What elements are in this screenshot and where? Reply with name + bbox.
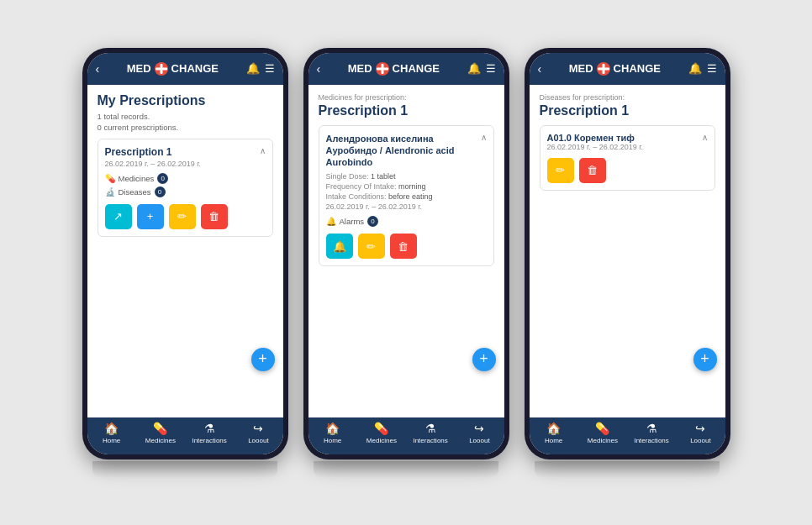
nav-home-3[interactable]: 🏠 Home bbox=[530, 422, 578, 451]
frequency-label: Frequency Of Intake: bbox=[326, 182, 397, 191]
logo-change-3: CHANGE bbox=[614, 62, 661, 75]
home-label-3: Home bbox=[545, 437, 562, 444]
home-label-2: Home bbox=[324, 437, 341, 444]
header-1: ‹ MED CHANGE 🔔 ☰ bbox=[87, 53, 283, 85]
delete-button-1[interactable]: 🗑 bbox=[201, 204, 228, 229]
back-button-3[interactable]: ‹ bbox=[538, 62, 542, 76]
logo-cross-icon-3 bbox=[595, 61, 612, 76]
fab-button-2[interactable]: + bbox=[472, 348, 496, 371]
logo-change-1: CHANGE bbox=[171, 62, 219, 75]
logo-med-3: MED bbox=[569, 62, 593, 75]
medicine-dates: 26.02.2019 г. – 26.02.2019 г. bbox=[326, 202, 487, 211]
share-button[interactable]: ↗ bbox=[105, 204, 132, 229]
alarms-label: Alarms bbox=[340, 217, 365, 226]
add-disease-button[interactable]: + bbox=[137, 204, 164, 229]
medicines-label-1: Medicines bbox=[145, 437, 176, 444]
delete-button-2[interactable]: 🗑 bbox=[390, 234, 417, 259]
nav-home-2[interactable]: 🏠 Home bbox=[308, 422, 357, 451]
logout-icon-3: ↪ bbox=[695, 422, 705, 435]
nav-medicines-1[interactable]: 💊 Medicines bbox=[136, 422, 185, 451]
svg-rect-5 bbox=[377, 67, 388, 70]
prescription-card-1: ∧ Prescription 1 26.02.2019 г. – 26.02.2… bbox=[98, 139, 273, 237]
phone-1: ‹ MED CHANGE 🔔 ☰ bbox=[82, 48, 288, 459]
diseases-badge: 0 bbox=[155, 186, 166, 197]
card-chevron-1[interactable]: ∧ bbox=[260, 146, 266, 155]
diseases-icon: 🔬 bbox=[105, 187, 115, 197]
interactions-icon-2: ⚗ bbox=[425, 422, 436, 435]
logout-label-2: Looout bbox=[469, 437, 489, 444]
bottom-nav-1: 🏠 Home 💊 Medicines ⚗ Interactions ↪ Looo… bbox=[87, 417, 283, 454]
action-buttons-2: 🔔 ✏ 🗑 bbox=[326, 234, 487, 259]
nav-interactions-1[interactable]: ⚗ Interactions bbox=[185, 422, 234, 451]
fab-button-1[interactable]: + bbox=[251, 348, 275, 371]
medicines-icon: 💊 bbox=[105, 174, 115, 183]
header-icons-2: 🔔 ☰ bbox=[467, 62, 496, 75]
menu-icon-1[interactable]: ☰ bbox=[265, 62, 275, 75]
bell-icon-2[interactable]: 🔔 bbox=[467, 62, 481, 75]
nav-interactions-3[interactable]: ⚗ Interactions bbox=[627, 422, 676, 451]
medicines-label: Medicines bbox=[119, 174, 155, 183]
disease-code: A01.0 bbox=[547, 133, 572, 143]
action-buttons-1: ↗ + ✏ 🗑 bbox=[105, 204, 266, 229]
nav-medicines-3[interactable]: 💊 Medicines bbox=[578, 422, 627, 451]
menu-icon-3[interactable]: ☰ bbox=[707, 62, 717, 75]
medicines-breadcrumb: Medicines for prescription: bbox=[319, 93, 494, 102]
disease-chevron[interactable]: ∧ bbox=[702, 133, 708, 142]
edit-button-3[interactable]: ✏ bbox=[547, 158, 574, 183]
frequency-value: morning bbox=[398, 182, 426, 191]
logo-cross-icon-1 bbox=[153, 61, 170, 76]
medicine-chevron[interactable]: ∧ bbox=[481, 133, 487, 142]
nav-logout-1[interactable]: ↪ Looout bbox=[234, 422, 282, 451]
page-title-1: My Prescriptions bbox=[98, 93, 273, 108]
bell-icon-3[interactable]: 🔔 bbox=[688, 62, 702, 75]
intake-value: before eating bbox=[388, 192, 433, 201]
logo-med-2: MED bbox=[348, 62, 372, 75]
back-button-2[interactable]: ‹ bbox=[317, 62, 321, 76]
alarms-badge: 0 bbox=[367, 216, 378, 227]
edit-button-1[interactable]: ✏ bbox=[169, 204, 196, 229]
medicines-badge: 0 bbox=[157, 173, 168, 184]
home-icon-2: 🏠 bbox=[325, 422, 340, 435]
single-dose-label: Single Dose: bbox=[326, 172, 369, 181]
nav-medicines-2[interactable]: 💊 Medicines bbox=[357, 422, 406, 451]
header-2: ‹ MED CHANGE 🔔 ☰ bbox=[308, 53, 504, 85]
single-dose-row: Single Dose: 1 tablet bbox=[326, 172, 487, 181]
menu-icon-2[interactable]: ☰ bbox=[486, 62, 496, 75]
delete-button-3[interactable]: 🗑 bbox=[579, 158, 606, 183]
svg-rect-8 bbox=[598, 67, 609, 70]
home-icon-3: 🏠 bbox=[546, 422, 561, 435]
nav-interactions-2[interactable]: ⚗ Interactions bbox=[406, 422, 455, 451]
prescription-dates-1: 26.02.2019 г. – 26.02.2019 г. bbox=[105, 160, 266, 168]
disease-code-name: A01.0 Коремен тиф bbox=[547, 133, 708, 143]
alarm-btn[interactable]: 🔔 bbox=[326, 234, 353, 259]
header-icons-3: 🔔 ☰ bbox=[688, 62, 717, 75]
single-dose-value: 1 tablet bbox=[371, 172, 396, 181]
total-records: 1 total records. bbox=[98, 112, 273, 121]
medicines-icon-1: 💊 bbox=[153, 422, 167, 435]
logo-3: MED CHANGE bbox=[569, 61, 661, 76]
medicines-icon-3: 💊 bbox=[595, 422, 609, 435]
nav-logout-3[interactable]: ↪ Looout bbox=[676, 422, 725, 451]
frequency-row: Frequency Of Intake: morning bbox=[326, 182, 487, 191]
intake-label: Intake Conditions: bbox=[326, 192, 387, 201]
fab-button-3[interactable]: + bbox=[693, 348, 717, 371]
logo-change-2: CHANGE bbox=[393, 62, 440, 75]
medicines-row: 💊 Medicines 0 bbox=[105, 173, 266, 184]
alarms-row: 🔔 Alarms 0 bbox=[326, 216, 487, 227]
nav-home-1[interactable]: 🏠 Home bbox=[87, 422, 136, 451]
action-buttons-3: ✏ 🗑 bbox=[547, 158, 708, 183]
bell-icon-1[interactable]: 🔔 bbox=[246, 62, 260, 75]
edit-button-2[interactable]: ✏ bbox=[358, 234, 385, 259]
medicines-label-3: Medicines bbox=[588, 437, 618, 444]
disease-dates: 26.02.2019 г. – 26.02.2019 г. bbox=[547, 143, 708, 151]
header-3: ‹ MED CHANGE 🔔 ☰ bbox=[530, 53, 725, 85]
diseases-label: Diseases bbox=[119, 187, 151, 197]
prescription-name-3: Prescription 1 bbox=[540, 103, 715, 118]
back-button-1[interactable]: ‹ bbox=[96, 62, 100, 76]
logout-label-3: Looout bbox=[690, 437, 710, 444]
svg-rect-2 bbox=[156, 67, 167, 70]
alarm-icon: 🔔 bbox=[326, 217, 336, 226]
nav-logout-2[interactable]: ↪ Looout bbox=[455, 422, 504, 451]
interactions-label-1: Interactions bbox=[192, 437, 226, 444]
interactions-icon-1: ⚗ bbox=[204, 422, 215, 435]
